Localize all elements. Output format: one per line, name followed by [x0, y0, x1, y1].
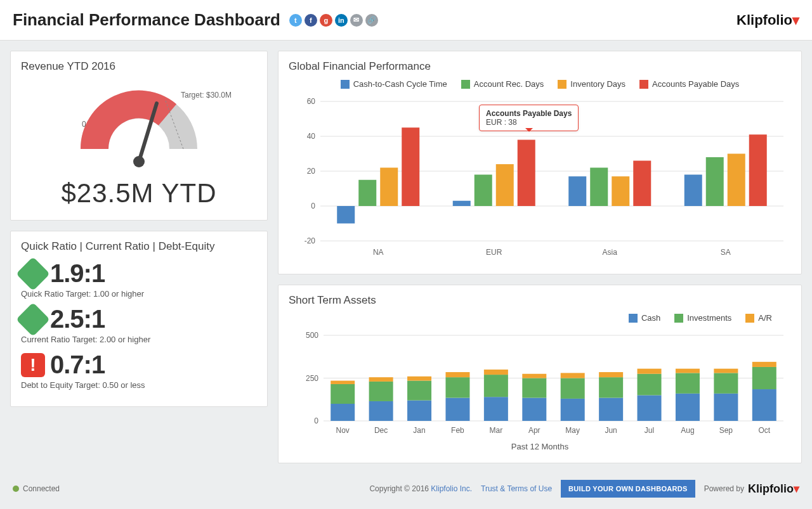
svg-text:Sep: Sep [719, 426, 733, 435]
legend-label: Cash [641, 313, 660, 323]
legend-item[interactable]: A/R [745, 313, 772, 323]
svg-rect-68 [599, 377, 623, 397]
svg-text:0: 0 [314, 416, 318, 425]
svg-text:Jan: Jan [413, 426, 425, 435]
legend-label: Inventory Days [570, 79, 625, 89]
svg-rect-69 [599, 372, 623, 377]
svg-text:SA: SA [721, 248, 731, 257]
connected-dot-icon [13, 486, 19, 492]
share-icons: t f g in ✉ 🔗 [289, 14, 378, 27]
svg-rect-81 [714, 369, 738, 373]
svg-rect-49 [407, 377, 431, 381]
legend-swatch-icon [558, 80, 566, 89]
svg-text:500: 500 [306, 331, 318, 340]
svg-rect-72 [638, 374, 662, 396]
svg-rect-61 [522, 374, 546, 378]
ratio-subtext: Debt to Equity Target: 0.50 or less [21, 380, 257, 390]
svg-rect-16 [402, 127, 419, 206]
svg-rect-13 [337, 206, 355, 224]
svg-rect-24 [590, 168, 608, 207]
svg-rect-56 [484, 375, 508, 397]
terms-link[interactable]: Trust & Terms of Use [481, 484, 552, 493]
legend-label: Accounts Payable Days [652, 79, 739, 89]
svg-rect-71 [638, 396, 662, 422]
global-chart-legend: Cash-to-Cash Cycle TimeAccount Rec. Days… [289, 79, 791, 89]
legend-item[interactable]: Investments [674, 313, 731, 323]
svg-rect-41 [331, 381, 355, 384]
svg-rect-25 [612, 176, 629, 206]
svg-rect-15 [380, 168, 398, 207]
svg-rect-28 [684, 175, 702, 207]
legend-label: A/R [758, 313, 772, 323]
svg-rect-19 [475, 175, 492, 207]
build-dashboards-button[interactable]: BUILD YOUR OWN DASHBOARDS [561, 480, 695, 498]
gauge-target-label: Target: $30.0M [181, 91, 232, 100]
svg-text:May: May [565, 426, 580, 435]
connected-label: Connected [23, 484, 60, 493]
legend-item[interactable]: Cash [629, 313, 660, 323]
revenue-title: Revenue YTD 2016 [21, 60, 257, 73]
svg-rect-18 [453, 201, 471, 206]
facebook-icon[interactable]: f [304, 14, 317, 27]
global-chart-title: Global Financial Performance [289, 60, 791, 73]
linkedin-icon[interactable]: in [335, 14, 348, 27]
legend-item[interactable]: Cash-to-Cash Cycle Time [341, 79, 447, 89]
alert-icon: ! [21, 353, 45, 377]
ratios-title: Quick Ratio | Current Ratio | Debt-Equit… [21, 240, 257, 253]
email-icon[interactable]: ✉ [350, 14, 363, 27]
gauge-zero-label: 0 [82, 120, 86, 129]
logo-klipfolio: Klipfolio▾ [737, 12, 799, 29]
legend-swatch-icon [341, 80, 350, 89]
company-link[interactable]: Klipfolio Inc. [431, 484, 472, 493]
svg-rect-75 [676, 394, 700, 421]
ratios-card: Quick Ratio | Current Ratio | Debt-Equit… [10, 231, 268, 407]
global-chart-tooltip: Accounts Payable Days EUR : 38 [479, 105, 579, 131]
svg-rect-60 [522, 378, 546, 398]
ratio-item: 1.9:1 [21, 259, 257, 288]
assets-chart-legend: CashInvestmentsA/R [289, 313, 791, 323]
legend-label: Account Rec. Days [474, 79, 544, 89]
legend-item[interactable]: Accounts Payable Days [639, 79, 739, 89]
svg-rect-77 [676, 369, 700, 373]
svg-rect-59 [522, 398, 546, 421]
svg-rect-47 [407, 401, 431, 421]
svg-text:0: 0 [311, 202, 315, 210]
header: Financial Performance Dashboard t f g in… [0, 0, 812, 41]
svg-text:Oct: Oct [758, 426, 770, 435]
svg-rect-63 [561, 399, 585, 421]
svg-rect-73 [638, 369, 662, 374]
svg-rect-76 [676, 373, 700, 393]
revenue-value: $23.5M YTD [21, 178, 257, 209]
link-icon[interactable]: 🔗 [365, 14, 378, 27]
short-term-assets-card: Short Term Assets CashInvestmentsA/R 025… [278, 285, 802, 463]
svg-rect-65 [561, 373, 585, 378]
svg-rect-43 [369, 401, 393, 421]
ratio-value: 2.5:1 [50, 305, 105, 333]
page-title: Financial Performance Dashboard [13, 10, 280, 30]
legend-item[interactable]: Account Rec. Days [461, 79, 544, 89]
svg-rect-31 [749, 134, 767, 206]
google-plus-icon[interactable]: g [320, 14, 332, 27]
revenue-gauge: Target: $30.0M 0 [21, 79, 257, 174]
legend-swatch-icon [745, 314, 754, 323]
svg-text:Jun: Jun [605, 426, 617, 435]
svg-rect-85 [752, 362, 776, 367]
ratio-value: 1.9:1 [50, 259, 105, 288]
svg-rect-44 [369, 382, 393, 401]
svg-text:NA: NA [373, 248, 384, 257]
svg-text:Nov: Nov [336, 426, 350, 435]
svg-rect-45 [369, 377, 393, 382]
svg-text:Dec: Dec [374, 426, 388, 435]
svg-rect-14 [358, 180, 376, 206]
revenue-ytd-card: Revenue YTD 2016 Target: $30.0M 0 $23.5M… [10, 51, 268, 221]
svg-text:Apr: Apr [528, 426, 540, 435]
ratio-item: !0.7:1 [21, 351, 257, 379]
svg-rect-30 [728, 154, 745, 207]
ratio-subtext: Quick Ratio Target: 1.00 or higher [21, 289, 257, 299]
legend-swatch-icon [461, 80, 470, 89]
svg-rect-57 [484, 370, 508, 375]
twitter-icon[interactable]: t [289, 14, 302, 27]
legend-item[interactable]: Inventory Days [558, 79, 625, 89]
diamond-ok-icon [16, 257, 50, 291]
assets-chart-svg: 0250500NovDecJanFebMarAprMayJunJulAugSep… [289, 329, 790, 437]
